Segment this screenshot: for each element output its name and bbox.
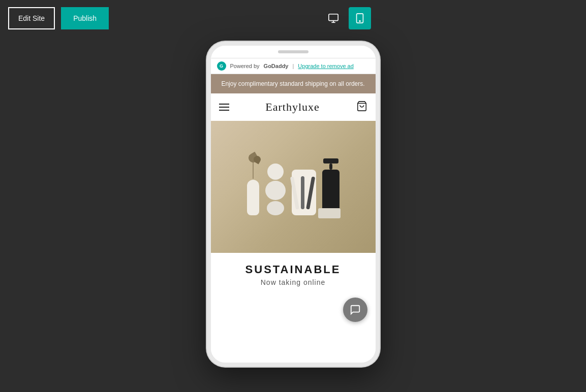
- toolbar: Edit Site Publish: [0, 0, 586, 37]
- phone-top-bar: [211, 46, 376, 58]
- site-logo: Earthyluxe: [265, 101, 320, 114]
- mobile-view-button[interactable]: [349, 7, 371, 29]
- separator: |: [293, 63, 294, 69]
- sustainable-section: SUSTAINABLE Now taking online: [211, 253, 376, 297]
- svg-rect-0: [328, 14, 337, 21]
- eco-products-illustration: [237, 148, 350, 225]
- godaddy-banner: G Powered by GoDaddy | Upgrade to remove…: [211, 58, 376, 74]
- cart-icon[interactable]: [356, 101, 367, 114]
- publish-button[interactable]: Publish: [61, 7, 109, 29]
- sustainable-subtitle: Now taking online: [219, 278, 367, 286]
- hamburger-menu-icon[interactable]: [219, 104, 229, 111]
- sustainable-title: SUSTAINABLE: [219, 263, 367, 276]
- powered-by-text: Powered by: [230, 63, 260, 69]
- phone-side-button: [207, 117, 208, 137]
- upgrade-link[interactable]: Upgrade to remove ad: [298, 63, 353, 69]
- desktop-view-button[interactable]: [322, 7, 345, 29]
- godaddy-logo: G: [217, 61, 226, 71]
- phone-screen: G Powered by GoDaddy | Upgrade to remove…: [211, 58, 376, 363]
- view-toggle: [322, 7, 371, 29]
- phone-preview: G Powered by GoDaddy | Upgrade to remove…: [0, 37, 586, 367]
- chat-button[interactable]: [343, 298, 367, 322]
- godaddy-brand-text: GoDaddy: [264, 63, 289, 69]
- phone-speaker: [278, 50, 309, 53]
- site-header: Earthyluxe: [211, 93, 376, 121]
- phone-frame: G Powered by GoDaddy | Upgrade to remove…: [207, 42, 380, 367]
- svg-point-4: [359, 21, 360, 22]
- shipping-text: Enjoy complimentary standard shipping on…: [221, 80, 364, 87]
- shipping-banner: Enjoy complimentary standard shipping on…: [211, 74, 376, 93]
- hero-image: [211, 121, 376, 253]
- edit-site-button[interactable]: Edit Site: [8, 7, 55, 29]
